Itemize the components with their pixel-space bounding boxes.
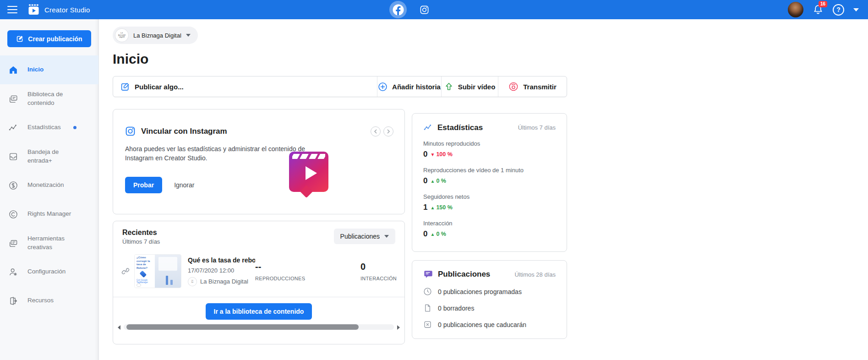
scrollbar-track[interactable]: [124, 324, 394, 330]
create-post-button[interactable]: Crear publicación: [7, 30, 91, 47]
metric-delta: 0 %: [436, 178, 446, 184]
post-datetime: 17/07/2020 12:00: [188, 267, 255, 274]
sidebar-item-inicio[interactable]: Inicio: [0, 55, 98, 84]
post-thumbnail: ¿Cómo corregir la tasa de Rebote? Con Go…: [134, 254, 181, 288]
try-button[interactable]: Probar: [125, 177, 162, 193]
add-story-label: Añadir historia: [392, 83, 441, 91]
instagram-tab[interactable]: [420, 5, 429, 15]
add-story-button[interactable]: Añadir historia: [377, 76, 441, 97]
metric-label: Reproducciones de vídeo de 1 minuto: [423, 167, 556, 174]
metric-value: 1: [423, 203, 427, 212]
compose-icon: [120, 82, 130, 92]
facebook-icon: [393, 4, 404, 16]
trend-up-icon: ▲: [430, 205, 435, 210]
link-icon: [121, 267, 130, 275]
scrollbar-thumb[interactable]: [126, 324, 359, 330]
insights-card-period: Últimos 7 días: [518, 124, 556, 131]
sidebar-nav: Inicio Biblioteca de contenido Estadísti…: [0, 55, 98, 315]
sidebar-item-bandeja[interactable]: Bandeja de entrada+: [0, 142, 98, 171]
page-logo-avatar: LaBiznagadigital: [115, 28, 129, 43]
page-selector[interactable]: LaBiznagadigital La Biznaga Digital: [113, 27, 198, 44]
metric-delta: 0 %: [436, 231, 446, 237]
carousel-next-icon[interactable]: [383, 126, 393, 136]
recent-posts-card: Recientes Últimos 7 días Publicaciones: [113, 221, 405, 344]
thumbnail-subcaption: Con Google TagManager: [136, 279, 154, 284]
page-logo-avatar: LaBz: [187, 277, 197, 286]
publications-card-title: Publicaciones: [438, 270, 490, 279]
expiring-box-icon: [423, 320, 432, 329]
metric-value: 0: [423, 176, 427, 185]
creative-tools-icon: [8, 238, 18, 248]
go-to-content-library-button[interactable]: Ir a la biblioteca de contenido: [206, 303, 312, 320]
metric-net-followers: Seguidores netos 1 ▲150 %: [423, 193, 556, 212]
broadcast-icon: [508, 82, 519, 92]
sidebar-item-label: Monetización: [27, 181, 64, 189]
sidebar-item-monetizacion[interactable]: Monetización: [0, 171, 98, 200]
copyright-icon: [8, 209, 18, 219]
drafts-row[interactable]: 0 borradores: [423, 304, 556, 312]
scroll-left-icon[interactable]: [118, 325, 120, 330]
composer-bar: Publicar algo... Añadir historia Subir v…: [113, 76, 567, 97]
notifications-button[interactable]: 16: [813, 4, 824, 15]
sidebar-item-label: Recursos: [27, 296, 54, 305]
scheduled-posts-row[interactable]: 0 publicaciones programadas: [423, 287, 556, 296]
user-avatar[interactable]: [788, 2, 803, 17]
drafts-label: 0 borradores: [438, 305, 474, 312]
post-views-metric: -- REPRODUCCIONES: [255, 262, 360, 281]
creator-studio-logo[interactable]: Creator Studio: [27, 4, 90, 15]
metric-minutes-viewed: Minutos reproducidos 0 ▼100 %: [423, 140, 556, 159]
metric-one-minute-views: Reproducciones de vídeo de 1 minuto 0 ▲0…: [423, 167, 556, 185]
sidebar-item-rights-manager[interactable]: Rights Manager: [0, 200, 98, 229]
horizontal-scrollbar: [118, 324, 400, 330]
metric-label: Interacción: [423, 220, 556, 227]
draft-icon: [423, 304, 432, 312]
resources-icon: [8, 296, 18, 306]
sidebar-item-label: Estadísticas: [27, 123, 61, 131]
go-live-button[interactable]: Transmitir: [498, 76, 567, 97]
instagram-card-title: Vincular con Instagram: [141, 127, 227, 136]
new-feature-dot: [73, 126, 76, 129]
metric-engagement: Interacción 0 ▲0 %: [423, 220, 556, 239]
publications-card: Publicaciones Últimos 28 días 0 publicac…: [412, 260, 567, 339]
metric-value: 0: [423, 229, 427, 239]
account-menu-caret-icon[interactable]: [853, 8, 859, 11]
trend-up-icon: ▲: [430, 179, 435, 184]
carousel-prev-icon[interactable]: [371, 126, 381, 136]
app-title: Creator Studio: [44, 6, 90, 14]
post-title[interactable]: Qué es la tasa de rebote...: [188, 256, 255, 264]
compose-icon: [16, 35, 24, 43]
recent-card-period: Últimos 7 días: [122, 238, 160, 245]
metric-delta: 100 %: [436, 151, 452, 158]
post-something-input[interactable]: Publicar algo...: [113, 76, 377, 97]
posts-bubble-icon: [423, 269, 433, 279]
page-selector-label: La Biznaga Digital: [133, 32, 181, 39]
trend-down-icon: ▼: [430, 152, 435, 157]
tag-manager-logo: [140, 271, 147, 278]
menu-icon[interactable]: [7, 6, 17, 13]
facebook-tab[interactable]: [389, 1, 407, 18]
help-icon[interactable]: ?: [833, 4, 844, 16]
play-icon: [306, 166, 317, 180]
post-type-filter[interactable]: Publicaciones: [334, 229, 395, 244]
sidebar-item-biblioteca[interactable]: Biblioteca de contenido: [0, 84, 98, 113]
sidebar-item-estadisticas[interactable]: Estadísticas: [0, 113, 98, 142]
sidebar-item-recursos[interactable]: Recursos: [0, 286, 98, 315]
sidebar-item-configuracion[interactable]: Configuración: [0, 257, 98, 286]
ignore-button[interactable]: Ignorar: [174, 181, 194, 189]
insights-icon: [423, 123, 433, 132]
sidebar-item-label: Bandeja de entrada+: [27, 148, 82, 164]
insights-card: Estadísticas Últimos 7 días Minutos repr…: [412, 113, 567, 252]
views-value: --: [255, 262, 360, 272]
post-row[interactable]: ¿Cómo corregir la tasa de Rebote? Con Go…: [113, 254, 404, 288]
creator-studio-logo-icon: [27, 4, 40, 15]
notification-badge: 16: [819, 1, 827, 7]
sidebar-item-herramientas[interactable]: Herramientas creativas: [0, 229, 98, 257]
recent-card-title: Recientes: [122, 229, 160, 237]
topbar: Creator Studio 16 ?: [0, 0, 868, 19]
expiring-posts-row[interactable]: 0 publicaciones que caducarán: [423, 320, 556, 329]
upload-video-button[interactable]: Subir vídeo: [441, 76, 498, 97]
sidebar-item-label: Configuración: [27, 267, 66, 276]
monetization-icon: [8, 180, 18, 191]
scroll-right-icon[interactable]: [397, 325, 400, 330]
video-promo-illustration: [289, 152, 328, 192]
